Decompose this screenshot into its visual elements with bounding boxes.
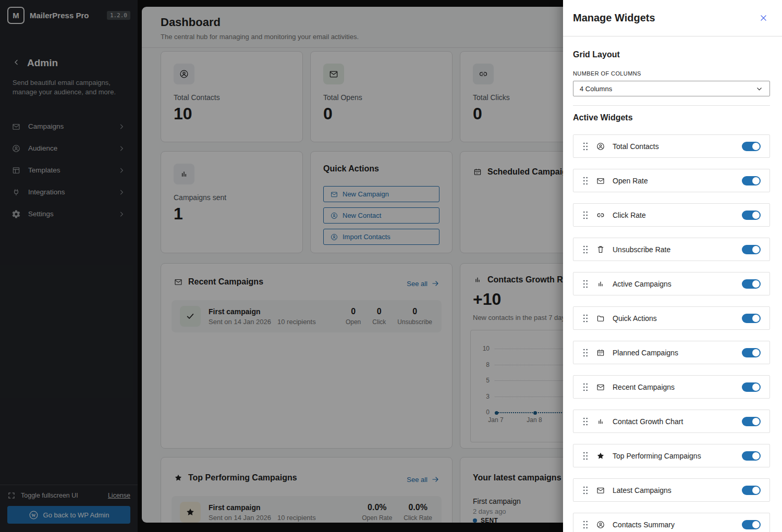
widget-row-contacts-summary[interactable]: Contacts Summary [573, 513, 770, 532]
widget-row-top-performing-campaigns[interactable]: Top Performing Campaigns [573, 444, 770, 467]
widget-toggle[interactable] [742, 417, 761, 426]
divider [573, 105, 770, 106]
person-icon [596, 520, 605, 529]
widget-row-active-campaigns[interactable]: Active Campaigns [573, 272, 770, 295]
drawer-title: Manage Widgets [573, 12, 655, 24]
envelope-icon [596, 486, 605, 495]
chart-icon [596, 279, 605, 289]
widget-row-unsubscribe-rate[interactable]: Unsubscribe Rate [573, 238, 770, 261]
drag-handle-icon[interactable] [583, 142, 588, 151]
chart-icon [596, 417, 605, 426]
columns-label: NUMBER OF COLUMNS [573, 70, 770, 77]
envelope-icon [596, 176, 605, 185]
active-widgets-heading: Active Widgets [573, 113, 770, 122]
person-icon [596, 142, 605, 151]
widget-toggle[interactable] [742, 211, 761, 220]
drag-handle-icon[interactable] [583, 486, 588, 495]
star-icon [596, 451, 605, 461]
drawer-header: Manage Widgets [563, 0, 782, 36]
modal-overlay[interactable] [0, 0, 563, 532]
calendar-icon [596, 348, 605, 357]
widget-toggle[interactable] [742, 348, 761, 357]
drag-handle-icon[interactable] [583, 314, 588, 323]
widget-toggle[interactable] [742, 520, 761, 529]
widget-row-click-rate[interactable]: Click Rate [573, 203, 770, 227]
widget-toggle[interactable] [742, 245, 761, 254]
widget-row-quick-actions[interactable]: Quick Actions [573, 306, 770, 330]
drag-handle-icon[interactable] [583, 348, 588, 357]
widget-toggle[interactable] [742, 279, 761, 289]
close-button[interactable] [757, 12, 769, 24]
drag-handle-icon[interactable] [583, 176, 588, 185]
columns-select[interactable]: 4 Columns [573, 81, 770, 96]
widget-toggle[interactable] [742, 176, 761, 185]
manage-widgets-drawer: Manage Widgets Grid Layout NUMBER OF COL… [563, 0, 782, 532]
drag-handle-icon[interactable] [583, 211, 588, 220]
app-window: M MailerPress Pro 1.2.0 Admin Send beaut… [0, 0, 782, 532]
widget-toggle[interactable] [742, 451, 761, 461]
widget-toggle[interactable] [742, 314, 761, 323]
widget-row-open-rate[interactable]: Open Rate [573, 169, 770, 192]
drag-handle-icon[interactable] [583, 382, 588, 392]
chevron-down-icon [755, 85, 763, 93]
widget-toggle[interactable] [742, 142, 761, 151]
columns-select-value: 4 Columns [580, 85, 612, 93]
drag-handle-icon[interactable] [583, 520, 588, 529]
widget-row-contact-growth-chart[interactable]: Contact Growth Chart [573, 410, 770, 433]
drag-handle-icon[interactable] [583, 417, 588, 426]
widget-row-total-contacts[interactable]: Total Contacts [573, 134, 770, 158]
widget-row-planned-campaigns[interactable]: Planned Campaigns [573, 341, 770, 364]
widget-row-recent-campaigns[interactable]: Recent Campaigns [573, 375, 770, 399]
folder-icon [596, 314, 605, 323]
drag-handle-icon[interactable] [583, 451, 588, 461]
active-widgets-list: Total Contacts Open Rate Click Rate [573, 134, 770, 532]
grid-layout-heading: Grid Layout [573, 50, 770, 59]
widget-row-latest-campaigns[interactable]: Latest Campaigns [573, 478, 770, 502]
drag-handle-icon[interactable] [583, 245, 588, 254]
widget-toggle[interactable] [742, 486, 761, 495]
close-icon [759, 14, 768, 22]
envelope-icon [596, 382, 605, 392]
drag-handle-icon[interactable] [583, 279, 588, 289]
widget-toggle[interactable] [742, 382, 761, 392]
trash-icon [596, 245, 605, 254]
link-icon [596, 211, 605, 220]
